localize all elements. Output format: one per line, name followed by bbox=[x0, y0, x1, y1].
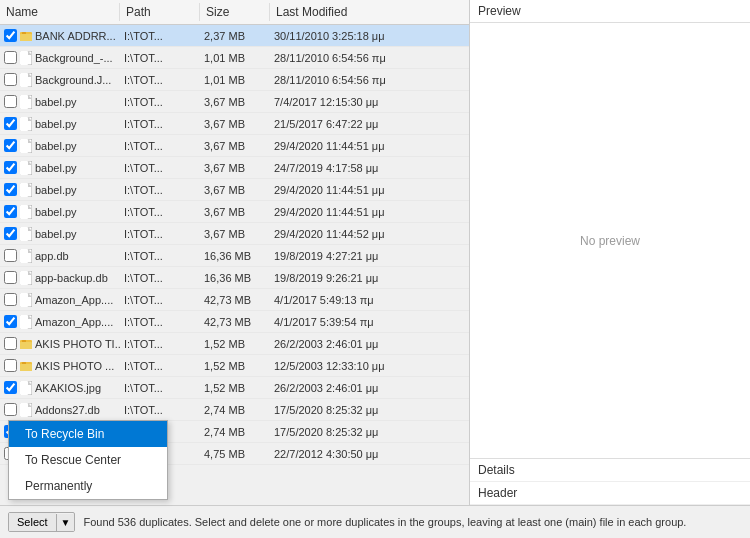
table-row[interactable]: babel.pyI:\TOT...3,67 MB29/4/2020 11:44:… bbox=[0, 179, 469, 201]
file-name: AKIS PHOTO TI... bbox=[35, 338, 120, 350]
file-icon bbox=[19, 359, 33, 373]
table-row[interactable]: babel.pyI:\TOT...3,67 MB7/4/2017 12:15:3… bbox=[0, 91, 469, 113]
file-name: Amazon_App.... bbox=[35, 294, 113, 306]
select-button[interactable]: Select bbox=[9, 513, 56, 531]
file-name: babel.py bbox=[35, 140, 77, 152]
name-cell: babel.py bbox=[0, 94, 120, 110]
main-container: Name Path Size Last Modified BANK ADDRR.… bbox=[0, 0, 750, 538]
file-icon bbox=[19, 315, 33, 329]
table-row[interactable]: babel.pyI:\TOT...3,67 MB29/4/2020 11:44:… bbox=[0, 223, 469, 245]
table-row[interactable]: Amazon_App....I:\TOT...42,73 MB4/1/2017 … bbox=[0, 311, 469, 333]
dropdown-item[interactable]: Permanently bbox=[9, 473, 167, 499]
file-name: BANK ADDRR... bbox=[35, 30, 116, 42]
table-row[interactable]: Amazon_App....I:\TOT...42,73 MB4/1/2017 … bbox=[0, 289, 469, 311]
preview-header: Preview bbox=[470, 0, 750, 23]
name-cell: Background_-... bbox=[0, 50, 120, 66]
size-cell: 42,73 MB bbox=[200, 293, 270, 307]
table-row[interactable]: BANK ADDRR...I:\TOT...2,37 MB30/11/2010 … bbox=[0, 25, 469, 47]
file-icon bbox=[19, 249, 33, 263]
modified-cell: 19/8/2019 4:27:21 μμ bbox=[270, 249, 469, 263]
file-checkbox[interactable] bbox=[4, 73, 17, 86]
svg-rect-7 bbox=[20, 73, 28, 87]
file-checkbox[interactable] bbox=[4, 227, 17, 240]
name-cell: Background.J... bbox=[0, 72, 120, 88]
svg-rect-22 bbox=[20, 183, 28, 197]
svg-rect-49 bbox=[20, 381, 28, 395]
path-cell: I:\TOT... bbox=[120, 293, 200, 307]
dropdown-item[interactable]: To Rescue Center bbox=[9, 447, 167, 473]
table-row[interactable]: Background.J...I:\TOT...1,01 MB28/11/201… bbox=[0, 69, 469, 91]
table-row[interactable]: app-backup.dbI:\TOT...16,36 MB19/8/2019 … bbox=[0, 267, 469, 289]
file-name: Background_-... bbox=[35, 52, 113, 64]
file-name: babel.py bbox=[35, 118, 77, 130]
file-checkbox[interactable] bbox=[4, 29, 17, 42]
file-checkbox[interactable] bbox=[4, 249, 17, 262]
path-cell: I:\TOT... bbox=[120, 249, 200, 263]
file-checkbox[interactable] bbox=[4, 95, 17, 108]
modified-cell: 7/4/2017 12:15:30 μμ bbox=[270, 95, 469, 109]
svg-rect-47 bbox=[22, 362, 26, 364]
svg-rect-46 bbox=[20, 364, 32, 371]
file-icon bbox=[19, 337, 33, 351]
table-row[interactable]: babel.pyI:\TOT...3,67 MB29/4/2020 11:44:… bbox=[0, 135, 469, 157]
col-size[interactable]: Size bbox=[200, 3, 270, 21]
file-checkbox[interactable] bbox=[4, 293, 17, 306]
size-cell: 1,52 MB bbox=[200, 359, 270, 373]
file-checkbox[interactable] bbox=[4, 315, 17, 328]
svg-rect-31 bbox=[20, 249, 28, 263]
size-cell: 4,75 MB bbox=[200, 447, 270, 461]
table-row[interactable]: app.dbI:\TOT...16,36 MB19/8/2019 4:27:21… bbox=[0, 245, 469, 267]
file-name: AKAKIOS.jpg bbox=[35, 382, 101, 394]
file-checkbox[interactable] bbox=[4, 51, 17, 64]
svg-rect-44 bbox=[22, 340, 26, 342]
col-modified[interactable]: Last Modified bbox=[270, 3, 469, 21]
dropdown-item[interactable]: To Recycle Bin bbox=[9, 421, 167, 447]
file-icon bbox=[19, 139, 33, 153]
path-cell: I:\TOT... bbox=[120, 271, 200, 285]
path-cell: I:\TOT... bbox=[120, 95, 200, 109]
size-cell: 1,52 MB bbox=[200, 337, 270, 351]
path-cell: I:\TOT... bbox=[120, 227, 200, 241]
file-checkbox[interactable] bbox=[4, 205, 17, 218]
file-icon bbox=[19, 95, 33, 109]
table-row[interactable]: babel.pyI:\TOT...3,67 MB24/7/2019 4:17:5… bbox=[0, 157, 469, 179]
size-cell: 42,73 MB bbox=[200, 315, 270, 329]
select-dropdown-button[interactable]: ▼ bbox=[56, 514, 75, 531]
svg-rect-34 bbox=[20, 271, 28, 285]
modified-cell: 28/11/2010 6:54:56 πμ bbox=[270, 73, 469, 87]
modified-cell: 22/7/2012 4:30:50 μμ bbox=[270, 447, 469, 461]
file-checkbox[interactable] bbox=[4, 161, 17, 174]
file-checkbox[interactable] bbox=[4, 337, 17, 350]
table-row[interactable]: Background_-...I:\TOT...1,01 MB28/11/201… bbox=[0, 47, 469, 69]
file-checkbox[interactable] bbox=[4, 183, 17, 196]
file-checkbox[interactable] bbox=[4, 381, 17, 394]
modified-cell: 30/11/2010 3:25:18 μμ bbox=[270, 29, 469, 43]
col-path[interactable]: Path bbox=[120, 3, 200, 21]
file-checkbox[interactable] bbox=[4, 139, 17, 152]
table-row[interactable]: babel.pyI:\TOT...3,67 MB29/4/2020 11:44:… bbox=[0, 201, 469, 223]
preview-content: No preview bbox=[470, 23, 750, 458]
file-icon bbox=[19, 205, 33, 219]
no-preview-text: No preview bbox=[580, 234, 640, 248]
svg-rect-43 bbox=[20, 342, 32, 349]
preview-panel: Preview No preview Details Header bbox=[470, 0, 750, 505]
table-row[interactable]: babel.pyI:\TOT...3,67 MB21/5/2017 6:47:2… bbox=[0, 113, 469, 135]
svg-rect-16 bbox=[20, 139, 28, 153]
file-checkbox[interactable] bbox=[4, 271, 17, 284]
svg-rect-40 bbox=[20, 315, 28, 329]
file-checkbox[interactable] bbox=[4, 359, 17, 372]
table-row[interactable]: AKIS PHOTO TI...I:\TOT...1,52 MB26/2/200… bbox=[0, 333, 469, 355]
svg-rect-10 bbox=[20, 95, 28, 109]
file-icon bbox=[19, 73, 33, 87]
details-button[interactable]: Details bbox=[470, 459, 750, 482]
header-button[interactable]: Header bbox=[470, 482, 750, 505]
file-checkbox[interactable] bbox=[4, 117, 17, 130]
col-name[interactable]: Name bbox=[0, 3, 120, 21]
table-row[interactable]: Addons27.dbI:\TOT...2,74 MB17/5/2020 8:2… bbox=[0, 399, 469, 421]
name-cell: app-backup.db bbox=[0, 270, 120, 286]
name-cell: babel.py bbox=[0, 116, 120, 132]
table-row[interactable]: AKAKIOS.jpgI:\TOT...1,52 MB26/2/2003 2:4… bbox=[0, 377, 469, 399]
file-checkbox[interactable] bbox=[4, 403, 17, 416]
file-icon bbox=[19, 51, 33, 65]
table-row[interactable]: AKIS PHOTO ...I:\TOT...1,52 MB12/5/2003 … bbox=[0, 355, 469, 377]
